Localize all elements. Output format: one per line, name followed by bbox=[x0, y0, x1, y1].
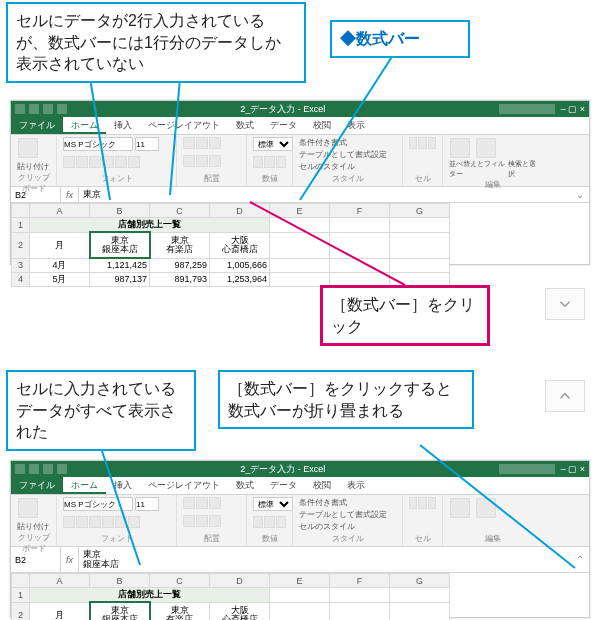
maximize-button-2[interactable]: ▢ bbox=[568, 464, 577, 474]
maximize-button[interactable]: ▢ bbox=[568, 104, 577, 114]
quick-access-toolbar-2[interactable] bbox=[15, 464, 67, 474]
cell-B2-selected[interactable]: 東京銀座本店 bbox=[90, 232, 150, 258]
formula-bar-2[interactable]: 東京 銀座本店 bbox=[79, 547, 571, 572]
cell-C3[interactable]: 987,259 bbox=[150, 258, 210, 272]
row-1[interactable]: 1 bbox=[12, 218, 30, 233]
col-C[interactable]: C bbox=[150, 204, 210, 218]
chevron-up-box[interactable] bbox=[545, 380, 585, 412]
sort-filter-label: 並べ替えとフィルター bbox=[449, 159, 506, 179]
cell-C4[interactable]: 891,793 bbox=[150, 272, 210, 286]
cell-D4[interactable]: 1,253,964 bbox=[210, 272, 270, 286]
cell-A2[interactable]: 月 bbox=[30, 232, 90, 258]
minimize-button-2[interactable]: – bbox=[561, 464, 566, 474]
tab-file[interactable]: ファイル bbox=[11, 117, 63, 134]
font-name-input-2[interactable] bbox=[63, 497, 133, 511]
ribbon-group-alignment: 配置 bbox=[177, 135, 247, 186]
tab-home[interactable]: ホーム bbox=[63, 117, 106, 134]
col-F[interactable]: F bbox=[330, 204, 390, 218]
name-box[interactable]: B2 bbox=[11, 187, 61, 202]
tab-data-2[interactable]: データ bbox=[262, 477, 305, 494]
number-format-select[interactable]: 標準 bbox=[253, 137, 293, 151]
worksheet[interactable]: A B C D E F G 1 店舗別売上一覧 2 月 東京銀座本店 東京有楽店… bbox=[11, 203, 589, 287]
cell-B2-selected-2[interactable]: 東京銀座本店 bbox=[90, 602, 150, 620]
ribbon-group-editing: 並べ替えとフィルター 検索と選択 編集 bbox=[443, 135, 543, 186]
formula-bar-collapse-button[interactable]: ⌃ bbox=[571, 547, 589, 572]
formula-bar-text-line1: 東京 bbox=[83, 550, 567, 560]
number-format-select-2[interactable]: 標準 bbox=[253, 497, 293, 511]
tab-home-2[interactable]: ホーム bbox=[63, 477, 106, 494]
style-cell[interactable]: セルのスタイル bbox=[299, 161, 396, 172]
cell-D2[interactable]: 大阪心斎橋店 bbox=[210, 232, 270, 258]
sort-filter-button[interactable] bbox=[450, 138, 470, 158]
cell-A3[interactable]: 4月 bbox=[30, 258, 90, 272]
style-group-label: スタイル bbox=[299, 173, 396, 184]
close-button[interactable]: × bbox=[580, 104, 585, 114]
col-E[interactable]: E bbox=[270, 204, 330, 218]
user-badge-2[interactable] bbox=[499, 464, 555, 474]
font-name-input[interactable] bbox=[63, 137, 133, 151]
sort-filter-button-2[interactable] bbox=[450, 498, 470, 518]
formula-bar[interactable]: 東京 bbox=[79, 187, 571, 202]
select-all[interactable] bbox=[12, 204, 30, 218]
worksheet-2[interactable]: A B C D E F G 1 店舗別売上一覧 2 月 東京銀座本店 東京有楽店… bbox=[11, 573, 589, 620]
formula-bar-expand-button[interactable]: ⌄ bbox=[571, 187, 589, 202]
cell-A4[interactable]: 5月 bbox=[30, 272, 90, 286]
tab-page-layout-2[interactable]: ページレイアウト bbox=[140, 477, 228, 494]
tab-insert[interactable]: 挿入 bbox=[106, 117, 140, 134]
tab-data[interactable]: データ bbox=[262, 117, 305, 134]
number-buttons[interactable] bbox=[253, 156, 286, 168]
paste-button[interactable] bbox=[18, 138, 38, 158]
find-select-button[interactable] bbox=[476, 138, 496, 158]
style-table[interactable]: テーブルとして書式設定 bbox=[299, 149, 396, 160]
row-3[interactable]: 3 bbox=[12, 258, 30, 272]
name-box-2[interactable]: B2 bbox=[11, 547, 61, 572]
tab-review[interactable]: 校閲 bbox=[305, 117, 339, 134]
col-D[interactable]: D bbox=[210, 204, 270, 218]
window-title-2: 2_データ入力 - Excel bbox=[67, 463, 499, 476]
tab-formulas-2[interactable]: 数式 bbox=[228, 477, 262, 494]
table-title-2[interactable]: 店舗別売上一覧 bbox=[30, 588, 270, 603]
tab-file-2[interactable]: ファイル bbox=[11, 477, 63, 494]
minimize-button[interactable]: – bbox=[561, 104, 566, 114]
tab-page-layout[interactable]: ページレイアウト bbox=[140, 117, 228, 134]
tab-view-2[interactable]: 表示 bbox=[339, 477, 373, 494]
quick-access-toolbar[interactable] bbox=[15, 104, 67, 114]
find-select-button-2[interactable] bbox=[476, 498, 496, 518]
paste-button-2[interactable] bbox=[18, 498, 38, 518]
tab-review-2[interactable]: 校閲 bbox=[305, 477, 339, 494]
close-button-2[interactable]: × bbox=[580, 464, 585, 474]
title-bar-2: 2_データ入力 - Excel – ▢ × bbox=[11, 461, 589, 477]
title-bar: 2_データ入力 - Excel – ▢ × bbox=[11, 101, 589, 117]
find-select-label: 検索と選択 bbox=[508, 159, 537, 179]
tab-formulas[interactable]: 数式 bbox=[228, 117, 262, 134]
select-all-2[interactable] bbox=[12, 574, 30, 588]
user-badge[interactable] bbox=[499, 104, 555, 114]
col-G[interactable]: G bbox=[390, 204, 450, 218]
tab-insert-2[interactable]: 挿入 bbox=[106, 477, 140, 494]
font-size-input-2[interactable] bbox=[135, 497, 159, 511]
table-title[interactable]: 店舗別売上一覧 bbox=[30, 218, 270, 233]
ribbon-group-clipboard: 貼り付け クリップボード bbox=[11, 135, 57, 186]
style-conditional[interactable]: 条件付き書式 bbox=[299, 137, 396, 148]
font-buttons[interactable] bbox=[63, 156, 170, 168]
chevron-up-icon bbox=[556, 387, 574, 405]
row-4[interactable]: 4 bbox=[12, 272, 30, 286]
col-A[interactable]: A bbox=[30, 204, 90, 218]
cell-C2[interactable]: 東京有楽店 bbox=[150, 232, 210, 258]
fx-icon-2[interactable]: fx bbox=[61, 547, 79, 572]
formula-bar-text: 東京 bbox=[83, 190, 567, 200]
ribbon-tabs: ファイル ホーム 挿入 ページレイアウト 数式 データ 校閲 表示 bbox=[11, 117, 589, 135]
tab-view[interactable]: 表示 bbox=[339, 117, 373, 134]
cell-buttons[interactable] bbox=[409, 137, 436, 149]
row-2[interactable]: 2 bbox=[12, 232, 30, 258]
callout-collapse-on-click: ［数式バー］をクリックすると数式バーが折り畳まれる bbox=[218, 370, 474, 429]
font-size-input[interactable] bbox=[135, 137, 159, 151]
cell-B4[interactable]: 987,137 bbox=[90, 272, 150, 286]
align-buttons-2[interactable] bbox=[183, 155, 240, 167]
cell-D3[interactable]: 1,005,666 bbox=[210, 258, 270, 272]
align-buttons-1[interactable] bbox=[183, 137, 240, 149]
cell-B3[interactable]: 1,121,425 bbox=[90, 258, 150, 272]
col-B[interactable]: B bbox=[90, 204, 150, 218]
fx-icon[interactable]: fx bbox=[61, 187, 79, 202]
chevron-down-box[interactable] bbox=[545, 288, 585, 320]
